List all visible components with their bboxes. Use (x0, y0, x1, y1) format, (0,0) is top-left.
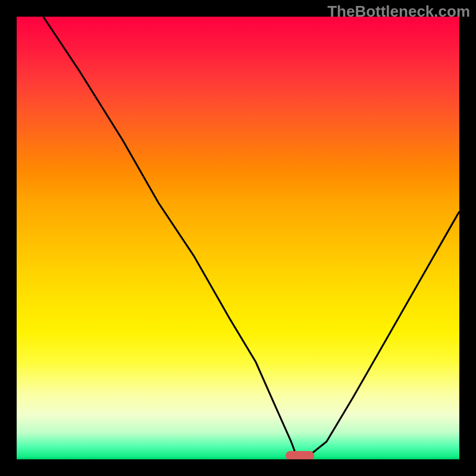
chart-container: TheBottleneck.com (0, 0, 476, 476)
floor-line (17, 458, 459, 459)
bottleneck-curve (17, 17, 459, 459)
plot-area (17, 17, 459, 459)
optimum-marker (286, 451, 314, 459)
